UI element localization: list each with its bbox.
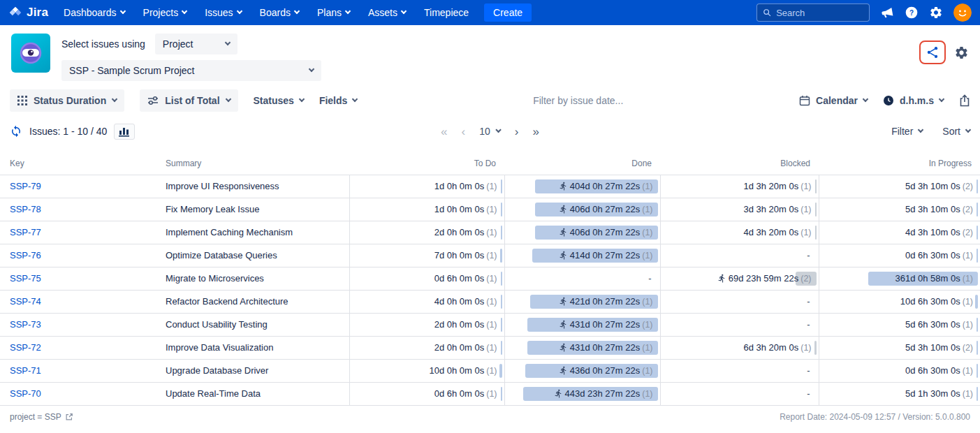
duration-value: 431d 0h 27m 22s <box>570 319 640 330</box>
nav-item-issues[interactable]: Issues <box>205 7 241 18</box>
issue-key-link[interactable]: SSP-72 <box>10 342 41 353</box>
chart-view-button[interactable] <box>114 124 135 140</box>
duration-bar <box>975 295 978 309</box>
duration-count: (1) <box>963 320 973 330</box>
nav-item-assets[interactable]: Assets <box>368 7 406 18</box>
filter-menu[interactable]: Filter <box>891 126 923 137</box>
settings-button[interactable] <box>929 6 943 20</box>
share-report-button[interactable] <box>926 45 939 59</box>
duration-value: 4d 0h 0m 0s <box>434 296 485 307</box>
issue-key-link[interactable]: SSP-79 <box>10 181 41 191</box>
duration-bar <box>977 364 978 378</box>
report-footer: project = SSP Report Date: 2024-05-09 12… <box>0 406 980 422</box>
issue-key-link[interactable]: SSP-73 <box>10 319 41 330</box>
duration-cell-todo: 4d 0h 0m 0s(1) <box>349 290 504 313</box>
issue-key-link[interactable]: SSP-75 <box>10 273 41 284</box>
duration-count: (1) <box>642 228 652 237</box>
nav-item-plans[interactable]: Plans <box>317 7 350 18</box>
duration-count: (1) <box>642 205 652 214</box>
duration-cell-done: 431d 0h 27m 22s(1) <box>504 313 660 336</box>
duration-value: 2d 0h 0m 0s <box>434 342 485 353</box>
help-button[interactable]: ? <box>905 6 919 20</box>
report-type-select[interactable]: Status Duration <box>10 89 124 112</box>
summary-cell: Update Real-Time Data <box>155 382 349 405</box>
duration-cell-inprogress: 5d 3h 10m 0s(2) <box>819 336 980 359</box>
duration-count: (1) <box>963 297 973 307</box>
project-select[interactable]: SSP - Sample Scrum Project <box>61 60 321 81</box>
nav-right: ? <box>756 3 972 22</box>
next-page-button[interactable]: › <box>515 126 519 138</box>
duration-bar <box>977 387 978 401</box>
bar-chart-icon <box>119 126 130 137</box>
chevron-down-icon <box>119 8 125 14</box>
duration-count: (1) <box>800 205 811 214</box>
list-mode-select[interactable]: List of Total <box>140 89 237 112</box>
nav-item-label: Dashboards <box>64 7 117 18</box>
export-icon <box>959 94 970 107</box>
issue-key-link[interactable]: SSP-76 <box>10 250 41 260</box>
duration-count: (1) <box>963 251 973 260</box>
annotation-highlight-ring <box>919 41 946 64</box>
first-page-button[interactable]: « <box>441 126 447 138</box>
time-format-select[interactable]: d.h.m.s <box>883 95 944 106</box>
key-cell: SSP-76 <box>0 244 155 267</box>
key-cell: SSP-79 <box>0 175 155 198</box>
duration-value: 443d 23h 27m 22s <box>565 388 641 399</box>
table-row: SSP-77Implement Caching Mechanism2d 0h 0… <box>0 221 980 244</box>
nav-item-timepiece[interactable]: Timepiece <box>424 7 469 18</box>
statuses-select[interactable]: Statuses <box>254 95 304 106</box>
duration-count: (2) <box>800 274 811 284</box>
runner-icon <box>559 228 568 237</box>
duration-value: 0d 6h 0m 0s <box>434 273 485 284</box>
empty-value: - <box>807 296 811 307</box>
duration-count: (1) <box>486 389 497 399</box>
nav-item-label: Plans <box>317 7 342 18</box>
avatar-face-icon <box>953 3 972 22</box>
issue-selector-bar: Select issues using Project SSP - Sample… <box>0 25 980 87</box>
global-search[interactable] <box>756 3 870 22</box>
chevron-down-icon <box>401 8 407 14</box>
export-button[interactable] <box>959 94 970 107</box>
nav-item-dashboards[interactable]: Dashboards <box>64 7 125 18</box>
duration-value: 436d 0h 27m 22s <box>570 365 640 376</box>
report-settings-button[interactable] <box>954 45 969 60</box>
issue-key-link[interactable]: SSP-74 <box>10 296 41 307</box>
duration-cell-todo: 2d 0h 0m 0s(1) <box>349 221 504 244</box>
issue-key-link[interactable]: SSP-71 <box>10 365 41 376</box>
duration-count: (2) <box>963 182 973 191</box>
last-page-button[interactable]: » <box>532 126 539 138</box>
column-header-summary: Summary <box>155 152 349 175</box>
duration-value: 2d 0h 0m 0s <box>434 227 485 237</box>
issue-key-link[interactable]: SSP-77 <box>10 227 41 237</box>
key-cell: SSP-74 <box>0 290 155 313</box>
user-avatar[interactable] <box>953 3 972 22</box>
calendar-select[interactable]: Calendar <box>799 95 868 106</box>
issue-key-link[interactable]: SSP-78 <box>10 204 41 214</box>
jira-home-link[interactable]: Jira <box>8 6 48 20</box>
issue-key-link[interactable]: SSP-70 <box>10 388 41 399</box>
duration-bar <box>977 249 978 263</box>
chevron-down-icon <box>112 96 117 102</box>
create-button[interactable]: Create <box>484 3 532 22</box>
table-row: SSP-71Upgrade Database Driver10d 0h 0m 0… <box>0 359 980 382</box>
nav-item-boards[interactable]: Boards <box>260 7 299 18</box>
jql-filter-link[interactable]: project = SSP <box>10 412 73 422</box>
table-row: SSP-75Migrate to Microservices0d 6h 0m 0… <box>0 267 980 290</box>
prev-page-button[interactable]: ‹ <box>462 126 466 138</box>
issue-source-select[interactable]: Project <box>155 34 237 54</box>
fields-select[interactable]: Fields <box>319 95 357 106</box>
duration-value: 7d 0h 0m 0s <box>434 250 485 260</box>
key-cell: SSP-73 <box>0 313 155 336</box>
issue-date-filter[interactable]: Filter by issue date... <box>372 95 784 106</box>
nav-item-projects[interactable]: Projects <box>143 7 187 18</box>
status-duration-table: KeySummaryTo DoDoneBlockedIn Progress SS… <box>0 152 980 406</box>
announcements-button[interactable] <box>880 6 894 20</box>
duration-count: (1) <box>486 228 497 237</box>
refresh-button[interactable] <box>10 125 22 138</box>
list-mode-value: List of Total <box>165 95 219 106</box>
column-header-blocked: Blocked <box>660 152 819 175</box>
sort-menu[interactable]: Sort <box>942 126 970 137</box>
duration-cell-todo: 10d 0h 0m 0s(1) <box>349 359 504 382</box>
search-input[interactable] <box>776 8 863 18</box>
page-size-select[interactable]: 10 <box>479 126 501 137</box>
